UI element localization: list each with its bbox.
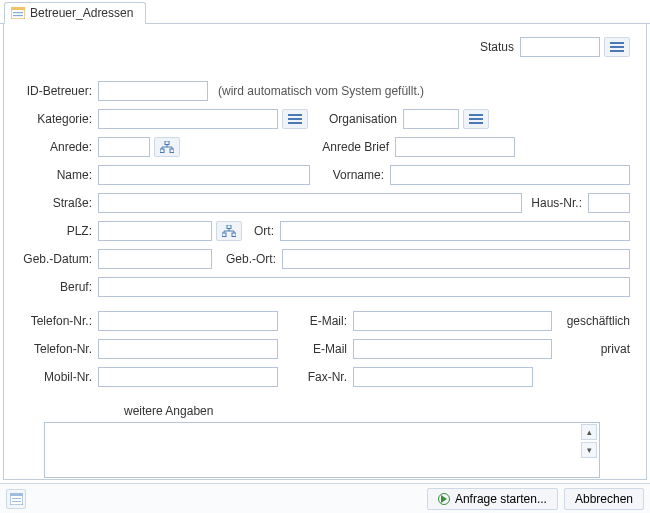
tab-bar: Betreuer_Adressen	[0, 0, 650, 24]
strasse-label: Straße:	[14, 196, 98, 210]
cancel-button[interactable]: Abbrechen	[564, 488, 644, 510]
vorname-input[interactable]	[390, 165, 630, 185]
suffix-geschaeftlich: geschäftlich	[552, 314, 630, 328]
telefon-p-input[interactable]	[98, 339, 278, 359]
anrede-brief-label: Anrede Brief	[180, 140, 395, 154]
geb-ort-input[interactable]	[282, 249, 630, 269]
kategorie-list-button[interactable]	[282, 109, 308, 129]
hierarchy-icon	[222, 225, 236, 237]
form-panel: Status ID-Betreuer: (wird automatisch vo…	[3, 24, 647, 480]
ort-input[interactable]	[280, 221, 630, 241]
strasse-input[interactable]	[98, 193, 522, 213]
geb-ort-label: Geb.-Ort:	[212, 252, 282, 266]
status-input[interactable]	[520, 37, 600, 57]
form-icon	[11, 7, 25, 19]
hausnr-label: Haus-Nr.:	[522, 196, 588, 210]
id-betreuer-label: ID-Betreuer:	[14, 84, 98, 98]
telefon-p-label: Telefon-Nr.	[14, 342, 98, 356]
anrede-brief-input[interactable]	[395, 137, 515, 157]
footer-form-icon-button[interactable]	[6, 489, 26, 509]
anrede-hierarchy-button[interactable]	[154, 137, 180, 157]
spin-up-button[interactable]: ▴	[581, 424, 597, 440]
beruf-input[interactable]	[98, 277, 630, 297]
svg-rect-11	[10, 493, 23, 496]
plz-input[interactable]	[98, 221, 212, 241]
weitere-angaben-input[interactable]	[44, 422, 600, 478]
kategorie-label: Kategorie:	[14, 112, 98, 126]
mobil-label: Mobil-Nr.	[14, 370, 98, 384]
status-list-button[interactable]	[604, 37, 630, 57]
anrede-input[interactable]	[98, 137, 150, 157]
svg-rect-12	[12, 498, 21, 499]
geb-datum-label: Geb.-Datum:	[14, 252, 98, 266]
geb-datum-input[interactable]	[98, 249, 212, 269]
email-p-input[interactable]	[353, 339, 552, 359]
plz-label: PLZ:	[14, 224, 98, 238]
form-icon	[10, 493, 23, 505]
name-label: Name:	[14, 168, 98, 182]
tab-title: Betreuer_Adressen	[30, 6, 133, 20]
id-betreuer-note: (wird automatisch vom System gefüllt.)	[208, 84, 424, 98]
svg-rect-7	[227, 225, 231, 229]
svg-rect-4	[165, 141, 169, 145]
cancel-label: Abbrechen	[575, 492, 633, 506]
svg-rect-3	[13, 15, 23, 16]
organisation-input[interactable]	[403, 109, 459, 129]
svg-rect-5	[160, 149, 164, 153]
svg-rect-2	[13, 12, 23, 13]
footer-bar: Anfrage starten... Abbrechen	[0, 483, 650, 513]
list-icon	[610, 42, 624, 52]
run-query-button[interactable]: Anfrage starten...	[427, 488, 558, 510]
ort-label: Ort:	[242, 224, 280, 238]
run-query-label: Anfrage starten...	[455, 492, 547, 506]
beruf-label: Beruf:	[14, 280, 98, 294]
hausnr-input[interactable]	[588, 193, 630, 213]
spin-down-button[interactable]: ▾	[581, 442, 597, 458]
id-betreuer-input[interactable]	[98, 81, 208, 101]
svg-rect-13	[12, 501, 21, 502]
svg-rect-9	[232, 233, 236, 237]
hierarchy-icon	[160, 141, 174, 153]
textarea-spinner: ▴ ▾	[581, 424, 597, 460]
svg-rect-6	[170, 149, 174, 153]
fax-label: Fax-Nr.	[278, 370, 353, 384]
list-icon	[469, 114, 483, 124]
plz-hierarchy-button[interactable]	[216, 221, 242, 241]
anrede-label: Anrede:	[14, 140, 98, 154]
kategorie-input[interactable]	[98, 109, 278, 129]
organisation-list-button[interactable]	[463, 109, 489, 129]
mobil-input[interactable]	[98, 367, 278, 387]
vorname-label: Vorname:	[310, 168, 390, 182]
svg-rect-8	[222, 233, 226, 237]
svg-rect-1	[11, 7, 25, 10]
status-label: Status	[480, 40, 520, 54]
organisation-label: Organisation	[308, 112, 403, 126]
suffix-privat: privat	[552, 342, 630, 356]
telefon-g-label: Telefon-Nr.:	[14, 314, 98, 328]
tab-betreuer-adressen[interactable]: Betreuer_Adressen	[4, 2, 146, 24]
email-p-label: E-Mail	[278, 342, 353, 356]
fax-input[interactable]	[353, 367, 533, 387]
list-icon	[288, 114, 302, 124]
weitere-angaben-label: weitere Angaben	[14, 404, 630, 422]
telefon-g-input[interactable]	[98, 311, 278, 331]
play-icon	[438, 493, 450, 505]
app-window: Betreuer_Adressen Status ID-Betreuer: (w…	[0, 0, 650, 513]
name-input[interactable]	[98, 165, 310, 185]
email-g-input[interactable]	[353, 311, 552, 331]
email-g-label: E-Mail:	[278, 314, 353, 328]
